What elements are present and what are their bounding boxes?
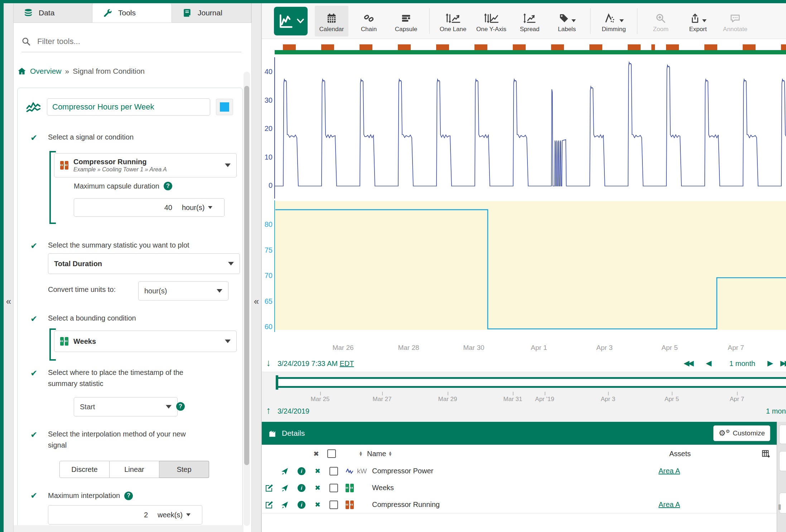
display-range-start[interactable]: 3/24/2019 7:33 AM EDT xyxy=(278,360,354,368)
remove-all-icon[interactable]: ✖ xyxy=(309,450,323,458)
running-capsule[interactable] xyxy=(781,44,786,50)
compressor-hours-per-week-chart[interactable] xyxy=(275,201,786,332)
asset-link[interactable]: Area A xyxy=(659,501,680,509)
bounding-condition-select[interactable]: Weeks xyxy=(54,331,237,352)
max-capsule-duration-input[interactable]: 40 xyxy=(74,198,178,217)
tab-tools[interactable]: Tools xyxy=(92,3,172,23)
remove-item-icon[interactable]: ✖ xyxy=(310,467,326,475)
running-capsule[interactable] xyxy=(513,44,526,50)
row-name[interactable]: Compressor Running xyxy=(372,501,659,509)
sort-icon[interactable]: ▲▼ xyxy=(388,451,392,456)
edit-icon[interactable] xyxy=(262,484,276,492)
assets-column-header[interactable]: Assets xyxy=(669,450,755,458)
sidebar-horizontal-scrollbar[interactable] xyxy=(13,525,243,532)
labels-button[interactable]: Labels xyxy=(550,6,584,36)
compressor-power-chart[interactable] xyxy=(275,57,786,200)
interpolation-step-button[interactable]: Step xyxy=(159,461,209,478)
running-capsule[interactable] xyxy=(321,44,334,50)
right-rail-button[interactable] xyxy=(779,451,786,471)
timestamp-placement-select[interactable]: Start xyxy=(74,397,178,416)
signal-select[interactable]: Compressor Running Example » Cooling Tow… xyxy=(54,153,237,177)
select-all-checkbox[interactable] xyxy=(327,449,336,458)
timebar-selected-range[interactable] xyxy=(277,377,786,388)
help-icon[interactable]: ? xyxy=(176,402,185,411)
help-icon[interactable]: ? xyxy=(164,182,172,190)
calendar-button[interactable]: Calendar xyxy=(315,6,348,36)
max-interpolation-input[interactable]: 2 xyxy=(48,505,154,524)
home-icon[interactable] xyxy=(17,67,26,75)
help-icon[interactable]: ? xyxy=(124,492,133,500)
collapse-sidebar-icon[interactable]: « xyxy=(252,296,261,307)
remove-item-icon[interactable]: ✖ xyxy=(310,484,326,492)
chain-button[interactable]: Chain xyxy=(352,6,386,36)
panel-resize-grip[interactable]: ‖ xyxy=(778,503,781,512)
sort-icon[interactable]: ▲▼ xyxy=(359,451,363,456)
export-button[interactable]: Export xyxy=(681,6,715,36)
calendar-icon xyxy=(326,9,337,24)
interpolation-discrete-button[interactable]: Discrete xyxy=(59,461,110,478)
running-capsule[interactable] xyxy=(283,44,296,50)
remove-item-icon[interactable]: ✖ xyxy=(310,501,326,509)
investigate-range-duration[interactable]: 1 month xyxy=(766,407,786,415)
running-capsule[interactable] xyxy=(436,44,449,50)
filter-tools-input[interactable] xyxy=(37,36,241,47)
edit-icon[interactable] xyxy=(262,501,276,509)
sidebar-scrollbar[interactable] xyxy=(243,72,250,526)
running-capsule[interactable] xyxy=(398,44,411,50)
send-to-trend-icon[interactable] xyxy=(276,501,293,509)
running-capsule[interactable] xyxy=(666,44,679,50)
step-back-large-button[interactable]: ◀◀ xyxy=(684,359,692,367)
row-checkbox[interactable] xyxy=(326,484,342,492)
interpolation-linear-button[interactable]: Linear xyxy=(110,461,159,478)
max-interpolation-unit-select[interactable]: week(s) xyxy=(153,505,202,524)
investigate-range-start[interactable]: 3/24/2019 xyxy=(278,407,309,415)
running-capsule[interactable] xyxy=(628,44,641,50)
tab-journal[interactable]: Journal xyxy=(172,3,251,23)
row-name[interactable]: Compressor Power xyxy=(372,467,659,475)
range-duration-label[interactable]: 1 month xyxy=(724,360,760,368)
breadcrumb: Overview » Signal from Condition xyxy=(17,67,145,75)
row-checkbox[interactable] xyxy=(326,467,342,475)
running-capsule[interactable] xyxy=(743,44,756,50)
right-panel-rail: ‖ xyxy=(777,422,786,532)
capsule-button[interactable]: Capsule xyxy=(389,6,423,36)
info-icon[interactable]: i xyxy=(293,501,310,509)
running-capsule[interactable] xyxy=(589,44,602,50)
step-forward-large-button[interactable]: ▶▶ xyxy=(780,359,786,367)
display-mode-dropdown-button[interactable] xyxy=(274,7,308,35)
capsule-green-icon xyxy=(342,484,357,492)
one-lane-button[interactable]: One Lane xyxy=(436,6,470,36)
running-capsule[interactable] xyxy=(704,44,717,50)
collapse-left-panel-icon[interactable]: « xyxy=(4,296,13,307)
running-capsule[interactable] xyxy=(474,44,487,50)
step-back-button[interactable]: ◀ xyxy=(706,359,710,367)
info-icon[interactable]: i xyxy=(293,484,310,492)
step-forward-button[interactable]: ▶ xyxy=(767,359,772,367)
timebar-left-handle[interactable] xyxy=(276,375,278,390)
send-to-trend-icon[interactable] xyxy=(276,467,293,475)
running-capsule[interactable] xyxy=(651,44,655,50)
row-name[interactable]: Weeks xyxy=(372,484,659,492)
right-rail-button[interactable] xyxy=(779,425,786,444)
name-column-header[interactable]: Name xyxy=(365,450,386,458)
send-to-trend-icon[interactable] xyxy=(276,484,293,492)
row-checkbox[interactable] xyxy=(326,501,342,509)
asset-link[interactable]: Area A xyxy=(659,467,680,475)
dimming-button[interactable]: Dimming xyxy=(597,6,631,36)
running-capsule[interactable] xyxy=(360,44,372,50)
sidebar-scrollbar-thumb[interactable] xyxy=(244,86,249,465)
spread-button[interactable]: Spread xyxy=(513,6,546,36)
info-icon[interactable]: i xyxy=(293,467,310,475)
timezone-label[interactable]: EDT xyxy=(339,360,354,367)
tool-name-input[interactable]: Compressor Hours per Week xyxy=(47,98,210,116)
running-capsule[interactable] xyxy=(551,44,564,50)
tab-data[interactable]: Data xyxy=(13,3,92,23)
convert-units-select[interactable]: hour(s) xyxy=(138,281,228,301)
add-column-icon[interactable] xyxy=(755,449,777,458)
max-capsule-duration-unit-select[interactable]: hour(s) xyxy=(178,198,225,217)
one-y-axis-button[interactable]: One Y-Axis xyxy=(473,6,509,36)
customize-button[interactable]: ⚙⚙ Customize xyxy=(713,425,770,441)
breadcrumb-overview-link[interactable]: Overview xyxy=(30,67,62,75)
color-swatch-button[interactable] xyxy=(216,99,233,115)
summary-statistic-select[interactable]: Total Duration xyxy=(48,253,240,274)
